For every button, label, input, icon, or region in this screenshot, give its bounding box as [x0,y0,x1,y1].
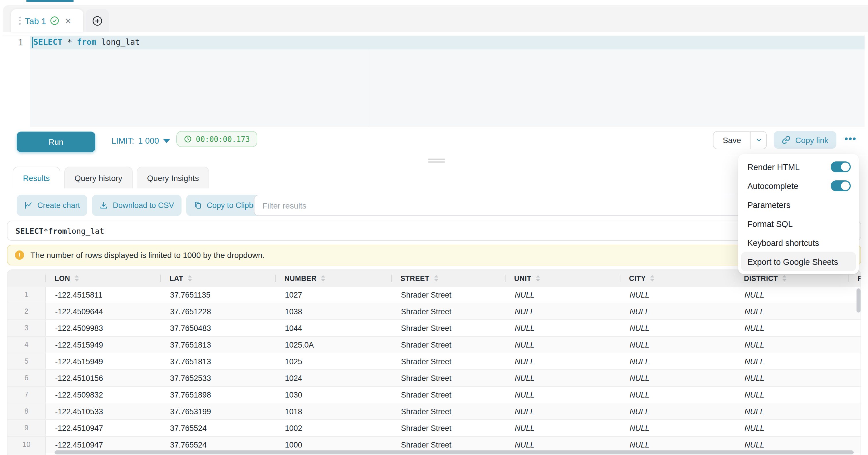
table-cell: NULL [505,403,620,419]
sort-icon[interactable] [429,275,438,281]
table-row[interactable]: 4-122.451594937.76518131025.0AShrader St… [7,337,861,353]
column-separator [620,275,620,282]
row-number: 10 [7,436,46,453]
row-number: 1 [7,287,46,303]
pane-resize-handle[interactable] [428,158,445,164]
query-toolbar: Run LIMIT: 1 000 00:00:00.173 Save [0,127,868,156]
editor-code-line: SELECT * from long_lat [33,37,140,47]
sort-icon[interactable] [646,275,655,281]
tab-results[interactable]: Results [13,166,60,188]
table-cell [849,387,861,403]
results-table: LONLATNUMBERSTREETUNITCITYDISTRICTREGION… [7,269,861,455]
vertical-scrollbar[interactable] [857,289,861,312]
sql-editor[interactable]: 1 SELECT * from long_lat [3,36,865,128]
add-tab-button[interactable] [86,9,109,32]
tab-query-insights[interactable]: Query Insights [137,166,209,188]
limit-dropdown[interactable]: LIMIT: 1 000 [112,136,170,145]
toggle-knob [841,182,849,190]
column-separator [848,275,849,282]
table-row[interactable]: 5-122.451594937.76518131025Shrader Stree… [7,353,861,370]
column-header-number[interactable]: NUMBER [275,270,391,287]
table-cell: 1002 [276,420,392,436]
more-options-button[interactable]: ••• [844,134,857,144]
table-row[interactable]: 9-122.451094737.7655241002Shrader Street… [7,420,861,436]
download-icon [100,201,108,210]
table-cell: -122.4515949 [46,353,161,369]
copy-link-button[interactable]: Copy link [774,131,836,149]
sort-icon[interactable] [778,275,787,281]
sort-icon[interactable] [70,275,79,281]
sql-text: long_lat [67,226,104,235]
menu-item-label: Export to Google Sheets [747,257,838,266]
menu-item-autocomplete[interactable]: Autocomplete [738,176,859,195]
table-cell: -122.4509832 [46,387,161,403]
menu-item-format-sql[interactable]: Format SQL [738,214,859,233]
save-options-button[interactable] [750,131,767,149]
table-cell: Shrader Street [392,420,505,436]
table-cell: Shrader Street [392,337,505,353]
drag-handle-icon[interactable] [19,17,21,25]
row-number: 5 [7,353,46,369]
table-cell: NULL [620,370,735,386]
row-limit-warning-banner: ! The number of rows displayed is limite… [7,245,861,266]
menu-item-render-html[interactable]: Render HTML [738,157,859,176]
table-cell: 1044 [276,320,392,336]
table-row[interactable]: 7-122.450983237.76518981030Shrader Stree… [7,387,861,403]
tab-editor-tab1[interactable]: Tab 1 ✕ [11,9,83,32]
table-cell: NULL [735,303,849,320]
menu-item-export-to-google-sheets[interactable]: Export to Google Sheets [741,252,856,271]
table-cell: NULL [505,337,620,353]
copy-link-label: Copy link [795,135,828,145]
sql-keyword: SELECT [33,37,62,47]
table-cell: 37.765524 [161,420,276,436]
sql-workbench-app: Tab 1 ✕ 1 SELECT * from long_lat Run LIM… [0,0,868,455]
column-header-lon[interactable]: LON [45,270,160,287]
menu-item-keyboard-shortcuts[interactable]: Keyboard shortcuts [738,233,859,252]
table-cell: NULL [620,303,735,320]
toggle-knob [841,162,849,171]
download-csv-button[interactable]: Download to CSV [92,195,182,216]
tab-query-history[interactable]: Query history [64,166,133,188]
table-cell: NULL [505,370,620,386]
column-header-lat[interactable]: LAT [160,270,275,287]
run-button[interactable]: Run [17,131,95,152]
sql-text: * [44,226,48,235]
create-chart-button[interactable]: Create chart [17,195,88,216]
table-row[interactable]: 8-122.451053337.76531991018Shrader Stree… [7,403,861,420]
download-csv-label: Download to CSV [113,201,174,210]
table-cell: NULL [505,420,620,436]
column-separator [505,275,505,282]
table-cell: -122.4509983 [46,320,161,336]
sort-icon[interactable] [183,275,192,281]
table-cell: 37.7650483 [161,320,276,336]
table-row[interactable]: 1-122.451581137.76511351027Shrader Stree… [7,287,861,303]
editor-active-line [30,36,865,50]
column-header-city[interactable]: CITY [620,270,735,287]
menu-item-label: Keyboard shortcuts [747,238,819,247]
table-cell: NULL [505,287,620,303]
table-row[interactable]: 6-122.451015637.76525331024Shrader Stree… [7,370,861,387]
save-button[interactable]: Save [713,131,750,149]
sort-icon[interactable] [531,275,540,281]
menu-item-parameters[interactable]: Parameters [738,195,859,214]
toggle-switch-on[interactable] [831,161,851,172]
column-header-street[interactable]: STREET [391,270,505,287]
sort-icon[interactable] [316,275,325,281]
plus-circle-icon [92,15,103,26]
sql-keyword: SELECT [16,226,44,235]
table-row[interactable]: 3-122.450998337.76504831044Shrader Stree… [7,320,861,337]
toggle-switch-on[interactable] [831,180,851,191]
column-label: LAT [169,274,183,282]
table-cell: 37.7651813 [161,353,276,369]
caret-down-icon [163,139,170,143]
table-cell [849,353,861,369]
menu-item-label: Parameters [747,200,790,209]
column-separator [391,275,392,282]
close-tab-icon[interactable]: ✕ [64,17,71,25]
table-cell [849,403,861,419]
tab-active-indicator [26,0,73,1]
chart-icon [24,201,33,210]
horizontal-scrollbar[interactable] [55,450,854,454]
table-row[interactable]: 2-122.450964437.76512281038Shrader Stree… [7,303,861,320]
column-header-unit[interactable]: UNIT [505,270,620,287]
